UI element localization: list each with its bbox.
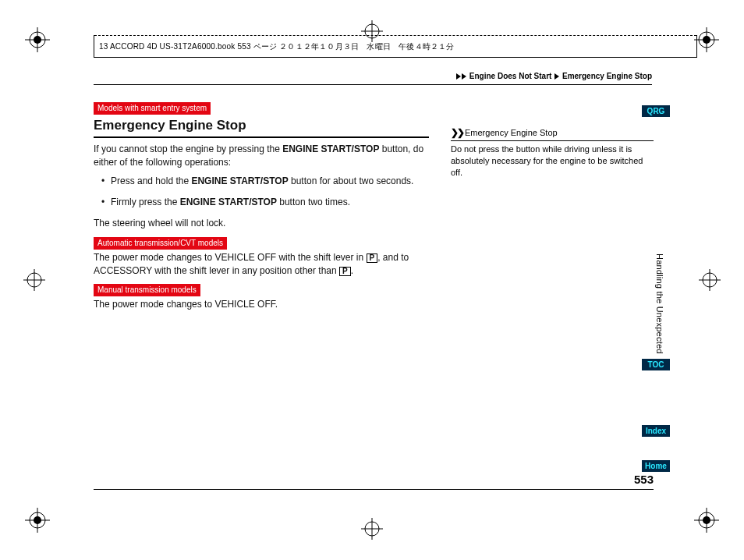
intro-paragraph: If you cannot stop the engine by pressin… xyxy=(94,143,429,169)
triangle-icon xyxy=(554,73,559,80)
side-note: ❯❯Emergency Engine Stop Do not press the… xyxy=(451,126,654,179)
breadcrumb-item: Engine Does Not Start xyxy=(469,72,552,80)
side-note-heading: ❯❯Emergency Engine Stop xyxy=(451,126,654,139)
crop-mark-icon xyxy=(25,27,50,52)
divider xyxy=(94,489,654,490)
shift-key-icon: P xyxy=(367,253,378,263)
triangle-icon xyxy=(462,73,466,80)
crop-mark-icon xyxy=(360,516,384,541)
side-tab-home[interactable]: Home xyxy=(642,460,670,472)
manual-paragraph: The power mode changes to VEHICLE OFF. xyxy=(94,298,429,311)
divider xyxy=(451,140,654,141)
model-tag: Automatic transmission/CVT models xyxy=(94,237,227,250)
crop-mark-icon xyxy=(694,508,719,533)
chapter-label: Handling the Unexpected xyxy=(655,253,664,354)
main-content: Models with smart entry system Emergency… xyxy=(94,101,429,317)
side-tab-index[interactable]: Index xyxy=(642,425,670,437)
page-number: 553 xyxy=(634,473,654,486)
triangle-icon xyxy=(456,73,461,80)
breadcrumb-item: Emergency Engine Stop xyxy=(562,72,652,80)
auto-paragraph: The power mode changes to VEHICLE OFF wi… xyxy=(94,251,429,278)
breadcrumb: Engine Does Not Start Emergency Engine S… xyxy=(456,72,652,80)
side-tab-toc[interactable]: TOC xyxy=(642,359,670,370)
list-item: Firmly press the ENGINE START/STOP butto… xyxy=(101,196,429,209)
side-tab-qrg[interactable]: QRG xyxy=(642,105,670,119)
page-title: Emergency Engine Stop xyxy=(94,116,429,138)
divider xyxy=(94,84,652,85)
chevron-icon: ❯❯ xyxy=(451,127,463,138)
model-tag: Manual transmission models xyxy=(94,284,200,296)
side-note-body: Do not press the button while driving un… xyxy=(451,144,654,179)
shift-key-icon: P xyxy=(339,267,351,276)
crop-mark-icon xyxy=(694,27,719,52)
book-metadata-text: 13 ACCORD 4D US-31T2A6000.book 553 ページ ２… xyxy=(99,42,455,51)
book-metadata-line: 13 ACCORD 4D US-31T2A6000.book 553 ページ ２… xyxy=(94,35,697,58)
crop-mark-icon xyxy=(22,268,47,292)
instruction-list: Press and hold the ENGINE START/STOP but… xyxy=(101,175,429,209)
crop-mark-icon xyxy=(697,268,722,292)
crop-mark-icon xyxy=(25,508,50,533)
list-item: Press and hold the ENGINE START/STOP but… xyxy=(101,175,429,188)
steering-note: The steering wheel will not lock. xyxy=(94,217,429,230)
model-tag: Models with smart entry system xyxy=(94,102,211,115)
